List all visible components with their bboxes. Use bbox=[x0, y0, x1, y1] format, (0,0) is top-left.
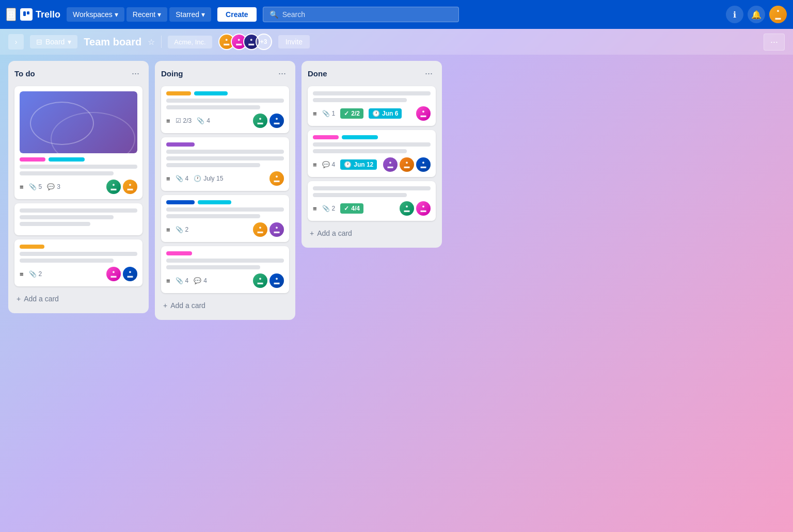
card-done-2[interactable]: ≡ 💬 4 🕐 Jun 12 bbox=[308, 130, 436, 177]
column-doing: Doing ··· ≡ ☑ 2/3 📎 4 bbox=[155, 61, 295, 320]
card-done-3[interactable]: ≡ 📎 2 ✓ 4/4 bbox=[308, 181, 436, 221]
clock-icon: 🕐 bbox=[344, 161, 352, 168]
card-avatars bbox=[253, 222, 284, 237]
card-text bbox=[20, 252, 137, 263]
add-card-button-doing[interactable]: + Add a card bbox=[161, 297, 289, 314]
grid-icon[interactable]: ⊞ bbox=[6, 8, 16, 21]
card-todo-1[interactable]: ≡ 📎 5 💬 3 bbox=[14, 86, 142, 199]
user-avatar[interactable] bbox=[769, 6, 787, 23]
check-icon: ✓ bbox=[344, 110, 349, 117]
info-icon-button[interactable]: ℹ bbox=[726, 6, 743, 23]
tag-cyan bbox=[194, 91, 228, 95]
board-view-button[interactable]: ⊟ Board ▾ bbox=[30, 35, 77, 49]
column-todo-menu[interactable]: ··· bbox=[129, 67, 142, 80]
more-options-button[interactable]: ··· bbox=[764, 34, 785, 51]
card-cover-image bbox=[20, 91, 137, 153]
avatar-image bbox=[769, 6, 787, 23]
plus-icon: + bbox=[163, 301, 167, 310]
card-todo-3[interactable]: ≡ 📎 2 bbox=[14, 239, 142, 286]
check-icon: ☑ bbox=[176, 117, 181, 124]
recent-menu[interactable]: Recent ▾ bbox=[126, 7, 167, 22]
card-line bbox=[20, 252, 137, 256]
checklist-badge: ✓ 2/2 bbox=[340, 108, 363, 119]
attachment-count: 📎 2 bbox=[322, 205, 336, 212]
card-avatars bbox=[253, 273, 284, 288]
card-footer: ≡ 📎 2 bbox=[20, 267, 137, 281]
add-card-button-done[interactable]: + Add a card bbox=[308, 225, 436, 241]
card-line bbox=[313, 91, 431, 95]
card-doing-4[interactable]: ≡ 📎 4 💬 4 bbox=[161, 246, 289, 293]
column-doing-header: Doing ··· bbox=[161, 67, 289, 80]
card-tags bbox=[20, 157, 137, 162]
card-doing-3[interactable]: ≡ 📎 2 bbox=[161, 195, 289, 242]
check-icon: ✓ bbox=[344, 205, 349, 212]
plus-icon: + bbox=[17, 295, 21, 303]
card-avatar bbox=[106, 180, 121, 194]
clip-icon: 📎 bbox=[322, 110, 330, 117]
card-line bbox=[20, 208, 137, 213]
card-avatar bbox=[106, 267, 121, 281]
card-avatar bbox=[383, 157, 398, 172]
card-doing-2[interactable]: ≡ 📎 4 🕐 July 15 bbox=[161, 137, 289, 191]
member-avatar-3[interactable] bbox=[243, 34, 260, 50]
tag-cyan bbox=[49, 157, 85, 162]
card-avatar bbox=[400, 157, 414, 172]
clip-icon: 📎 bbox=[176, 175, 183, 182]
card-footer: ≡ 📎 2 ✓ 4/4 bbox=[313, 201, 431, 216]
search-bar[interactable]: 🔍 bbox=[263, 7, 459, 22]
chevron-down-icon: ▾ bbox=[201, 10, 205, 19]
invite-button[interactable]: Invite bbox=[278, 35, 310, 49]
add-card-button-todo[interactable]: + Add a card bbox=[14, 291, 142, 307]
card-line bbox=[166, 214, 260, 218]
card-footer: ≡ 📎 2 bbox=[166, 222, 284, 237]
attachment-count: 📎 1 bbox=[322, 110, 336, 117]
sidebar-toggle-button[interactable]: › bbox=[8, 34, 24, 50]
card-line bbox=[313, 193, 407, 197]
comment-icon: 💬 bbox=[194, 277, 201, 284]
column-doing-title: Doing bbox=[161, 69, 183, 78]
card-text bbox=[20, 165, 137, 175]
card-footer: ≡ 💬 4 🕐 Jun 12 bbox=[313, 157, 431, 172]
card-footer: ≡ 📎 1 ✓ 2/2 🕐 Jun 6 bbox=[313, 106, 431, 121]
attachment-count: 📎 2 bbox=[176, 226, 189, 233]
column-doing-menu[interactable]: ··· bbox=[275, 67, 289, 80]
column-done-header: Done ··· bbox=[308, 67, 436, 80]
card-todo-2[interactable] bbox=[14, 203, 142, 235]
card-done-1[interactable]: ≡ 📎 1 ✓ 2/2 🕐 Jun 6 bbox=[308, 86, 436, 126]
column-done-menu[interactable]: ··· bbox=[422, 67, 436, 80]
tag-yellow bbox=[166, 91, 191, 95]
navbar: ⊞ Trello Workspaces ▾ Recent ▾ Starred ▾… bbox=[0, 0, 793, 29]
description-icon: ≡ bbox=[166, 226, 170, 234]
comment-count: 💬 4 bbox=[194, 277, 207, 284]
clock-icon: 🕐 bbox=[372, 110, 380, 117]
trello-logo[interactable]: Trello bbox=[20, 8, 60, 21]
card-text bbox=[166, 207, 284, 218]
search-input[interactable] bbox=[282, 10, 452, 19]
card-text bbox=[313, 91, 431, 102]
star-button[interactable]: ☆ bbox=[148, 37, 155, 47]
tag-blue-dark bbox=[166, 200, 195, 204]
create-button[interactable]: Create bbox=[217, 7, 257, 22]
description-icon: ≡ bbox=[20, 270, 24, 278]
card-avatars bbox=[269, 171, 284, 186]
card-line bbox=[313, 98, 407, 102]
card-doing-1[interactable]: ≡ ☑ 2/3 📎 4 bbox=[161, 86, 289, 133]
workspaces-menu[interactable]: Workspaces ▾ bbox=[67, 7, 124, 22]
divider bbox=[161, 36, 162, 48]
workspace-name[interactable]: Acme, Inc. bbox=[168, 36, 212, 49]
notification-bell-button[interactable]: 🔔 bbox=[748, 6, 765, 23]
card-avatar bbox=[253, 273, 267, 288]
starred-menu[interactable]: Starred ▾ bbox=[169, 7, 211, 22]
card-line bbox=[20, 171, 114, 175]
due-date: 🕐 July 15 bbox=[194, 175, 223, 182]
card-line bbox=[166, 105, 260, 109]
card-line bbox=[313, 149, 407, 153]
card-avatars bbox=[106, 267, 137, 281]
board-header: › ⊟ Board ▾ Team board ☆ Acme, Inc. +3 I… bbox=[0, 29, 793, 55]
card-tags bbox=[166, 200, 284, 204]
tag-pink bbox=[166, 251, 192, 255]
comment-count: 💬 4 bbox=[322, 161, 336, 168]
card-avatars bbox=[383, 157, 431, 172]
card-avatar bbox=[269, 171, 284, 186]
card-avatar bbox=[416, 201, 431, 216]
